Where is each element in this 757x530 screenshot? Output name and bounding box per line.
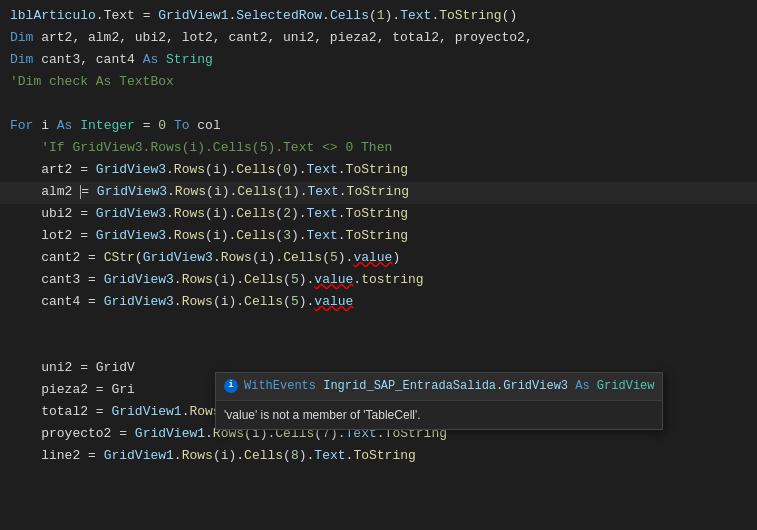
- code-editor: lblArticulo.Text = GridView1.SelectedRow…: [0, 0, 757, 474]
- code-line: line2 = GridView1.Rows(i).Cells(8).Text.…: [0, 446, 757, 468]
- tooltip-header: i WithEvents Ingrid_SAP_EntradaSalida.Gr…: [216, 373, 662, 401]
- code-line: 'Dim check As TextBox: [0, 72, 757, 94]
- code-line: art2 = GridView3.Rows(i).Cells(0).Text.T…: [0, 160, 757, 182]
- code-line: Dim art2, alm2, ubi2, lot2, cant2, uni2,…: [0, 28, 757, 50]
- tooltip-icon: i: [224, 379, 238, 393]
- code-line: 'If GridView3.Rows(i).Cells(5).Text <> 0…: [0, 138, 757, 160]
- tooltip-body: 'value' is not a member of 'TableCell'.: [216, 401, 662, 430]
- tooltip-title: WithEvents Ingrid_SAP_EntradaSalida.Grid…: [244, 377, 654, 396]
- code-line: Dim cant3, cant4 As String: [0, 50, 757, 72]
- code-line: ubi2 = GridView3.Rows(i).Cells(2).Text.T…: [0, 204, 757, 226]
- code-line: lblArticulo.Text = GridView1.SelectedRow…: [0, 6, 757, 28]
- code-line-blank: [0, 94, 757, 116]
- code-line-blank: [0, 336, 757, 358]
- code-line-active: alm2 = GridView3.Rows(i).Cells(1).Text.T…: [0, 182, 757, 204]
- code-line-tooltip-anchor: cant4 = GridView3.Rows(i).Cells(5).value: [0, 292, 757, 314]
- code-line: cant2 = CStr(GridView3.Rows(i).Cells(5).…: [0, 248, 757, 270]
- code-line: cant3 = GridView3.Rows(i).Cells(5).value…: [0, 270, 757, 292]
- code-line: lot2 = GridView3.Rows(i).Cells(3).Text.T…: [0, 226, 757, 248]
- intellisense-tooltip: i WithEvents Ingrid_SAP_EntradaSalida.Gr…: [215, 372, 663, 430]
- code-line: For i As Integer = 0 To col: [0, 116, 757, 138]
